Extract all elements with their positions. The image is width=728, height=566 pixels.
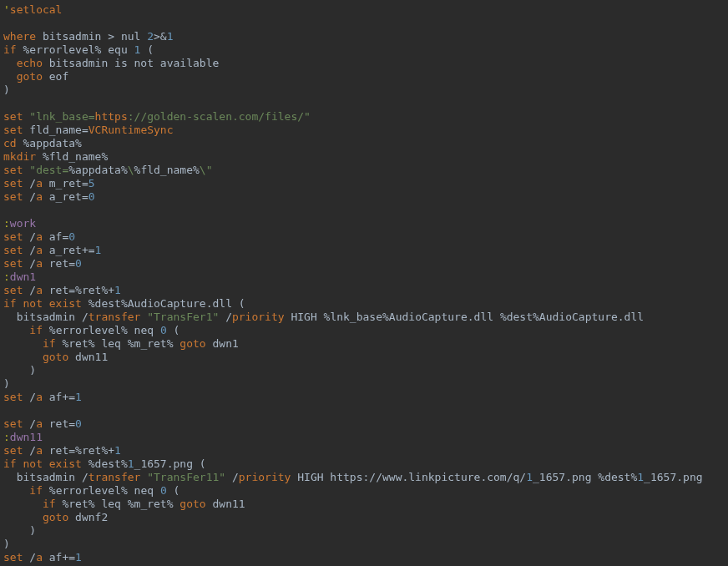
batch-script-code: 'setlocal where bitsadmin > nul 2>&1 if …: [0, 0, 728, 566]
